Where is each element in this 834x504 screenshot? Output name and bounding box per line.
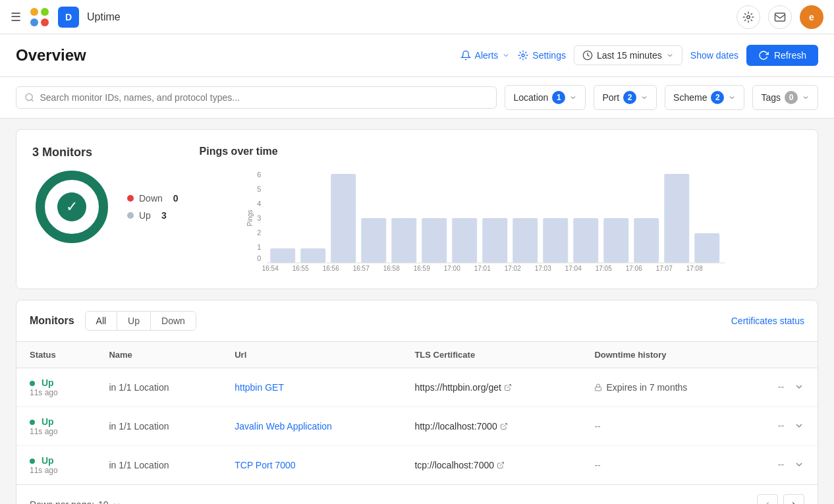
downtime-cell: --	[755, 407, 818, 446]
hamburger-menu-icon[interactable]: ☰	[11, 10, 21, 24]
table-row: Up 11s ago in 1/1 Location Javalin Web A…	[16, 407, 818, 446]
table-header: Monitors All Up Down Certificates status	[16, 300, 818, 342]
col-tls: TLS Certificate	[401, 342, 581, 368]
user-workspace-icon[interactable]: D	[58, 7, 79, 28]
location-filter[interactable]: Location 1	[505, 85, 586, 110]
settings-nav-icon[interactable]	[737, 5, 760, 29]
port-filter[interactable]: Port 2	[594, 85, 657, 110]
svg-text:17:06: 17:06	[625, 265, 642, 271]
monitor-name-link[interactable]: Javalin Web Application	[235, 421, 332, 432]
alerts-button[interactable]: Alerts	[460, 50, 511, 61]
url-cell: http://localhost:7000	[401, 407, 581, 446]
status-label: Up	[42, 416, 54, 427]
location-chevron-icon	[569, 94, 577, 101]
check-icon: ✓	[57, 192, 86, 221]
time-range-button[interactable]: Last 15 minutes	[574, 45, 682, 65]
settings-label: Settings	[532, 50, 566, 61]
expand-icon[interactable]	[794, 459, 804, 472]
external-link-icon	[500, 422, 508, 430]
svg-text:16:56: 16:56	[322, 265, 339, 271]
svg-text:4: 4	[257, 200, 261, 208]
up-label: Up	[139, 210, 151, 221]
svg-rect-5	[775, 13, 785, 21]
expand-icon[interactable]	[794, 420, 804, 433]
down-label: Down	[139, 193, 163, 204]
monitors-summary: ✓ Down 0 Up 3	[32, 167, 179, 246]
lock-icon	[594, 383, 602, 391]
url-cell: tcp://localhost:7000	[401, 446, 581, 485]
name-cell: httpbin GET	[221, 368, 401, 407]
rows-per-page-label: Rows per page:	[30, 499, 94, 504]
pings-chart: 6 5 4 3 2 1 0 Pings	[200, 165, 802, 271]
location-cell: in 1/1 Location	[96, 446, 221, 485]
downtime-value: --	[778, 381, 784, 392]
refresh-button[interactable]: Refresh	[746, 45, 818, 66]
scheme-count: 2	[711, 91, 724, 104]
cert-status-button[interactable]: Certificates status	[731, 316, 804, 326]
search-input[interactable]	[40, 92, 488, 103]
col-expand	[755, 342, 818, 368]
top-navigation: ☰ D Uptime e	[0, 0, 834, 34]
user-avatar[interactable]: e	[800, 5, 823, 29]
settings-button[interactable]: Settings	[518, 50, 566, 61]
svg-line-50	[507, 385, 511, 389]
up-dot	[127, 212, 134, 219]
svg-line-52	[503, 424, 507, 428]
header-actions: Alerts Settings Last 15 minutes Show dat…	[460, 45, 818, 66]
scheme-filter[interactable]: Scheme 2	[665, 85, 744, 110]
tab-up[interactable]: Up	[117, 312, 151, 330]
rows-per-page[interactable]: Rows per page: 10	[30, 499, 121, 504]
location-text: in 1/1 Location	[109, 460, 169, 470]
svg-rect-24	[422, 218, 447, 263]
tags-count: 0	[785, 91, 798, 104]
svg-rect-28	[543, 218, 568, 263]
search-box[interactable]	[16, 86, 497, 109]
page-title: Overview	[16, 46, 450, 65]
status-label: Up	[42, 378, 54, 388]
monitor-name-link[interactable]: httpbin GET	[235, 382, 284, 393]
up-count: 3	[161, 210, 167, 221]
mail-nav-icon[interactable]	[768, 5, 792, 29]
chevron-left-icon	[763, 500, 772, 504]
chevron-down-icon	[794, 381, 804, 392]
time-range-label: Last 15 minutes	[597, 50, 662, 61]
tab-all[interactable]: All	[86, 312, 118, 330]
page-header: Overview Alerts Settings Last 15 minutes…	[0, 34, 834, 77]
status-time: 11s ago	[30, 427, 82, 436]
main-content: 3 Monitors ✓ Down 0	[0, 119, 834, 504]
status-time: 11s ago	[30, 466, 82, 475]
port-label: Port	[602, 92, 619, 103]
svg-text:17:02: 17:02	[504, 265, 520, 271]
svg-text:6: 6	[257, 171, 261, 179]
show-dates-button[interactable]: Show dates	[690, 50, 738, 61]
svg-text:17:08: 17:08	[686, 265, 702, 271]
tags-filter[interactable]: Tags 0	[752, 85, 818, 110]
svg-rect-31	[634, 218, 659, 263]
svg-rect-32	[664, 174, 689, 263]
expand-icon[interactable]	[794, 381, 804, 394]
prev-page-button[interactable]	[757, 494, 778, 504]
table-footer: Rows per page: 10	[16, 484, 818, 504]
svg-rect-51	[596, 387, 601, 391]
next-page-button[interactable]	[783, 494, 804, 504]
donut-chart: ✓	[32, 167, 111, 246]
svg-text:16:57: 16:57	[352, 265, 369, 271]
status-cell: Up 11s ago	[16, 407, 96, 446]
down-dot	[127, 195, 134, 202]
svg-point-8	[26, 94, 32, 100]
url-text: http://localhost:7000	[414, 421, 568, 432]
down-legend-item: Down 0	[127, 193, 179, 204]
location-cell: in 1/1 Location	[96, 368, 221, 407]
tab-down[interactable]: Down	[151, 312, 196, 330]
svg-rect-22	[361, 218, 386, 263]
svg-text:16:55: 16:55	[292, 265, 308, 271]
col-name: Name	[96, 342, 221, 368]
svg-rect-30	[603, 218, 628, 263]
up-legend-item: Up 3	[127, 210, 179, 221]
monitor-name-link[interactable]: TCP Port 7000	[235, 460, 295, 470]
svg-rect-33	[694, 233, 719, 263]
monitors-table: Status Name Url TLS Certificate Downtime…	[16, 342, 818, 484]
alerts-chevron-icon	[502, 51, 510, 59]
svg-text:17:07: 17:07	[655, 265, 672, 271]
tls-cell: --	[581, 446, 754, 485]
